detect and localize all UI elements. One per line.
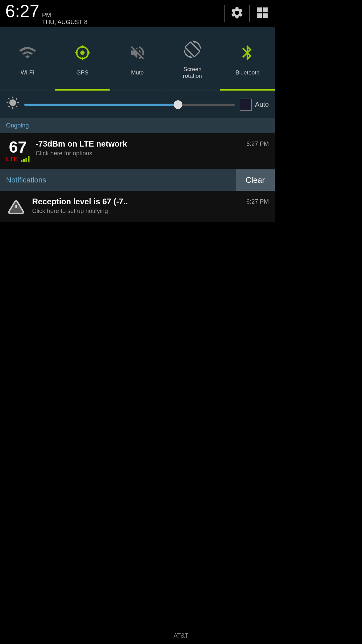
- mute-label: Mute: [131, 69, 144, 76]
- rotation-label: Screen rotation: [183, 66, 202, 80]
- carrier-name: AT&T: [174, 632, 189, 639]
- ongoing-time: 6:27 PM: [246, 141, 269, 148]
- ongoing-label: Ongoing: [6, 122, 29, 129]
- carrier-bar: AT&T: [0, 628, 275, 644]
- lte-badge: LTE: [6, 155, 29, 163]
- bluetooth-label: Bluetooth: [235, 69, 259, 76]
- notifications-bar: Notifications Clear: [0, 169, 275, 191]
- divider: [224, 5, 225, 22]
- signal-bar-4: [28, 156, 29, 162]
- brightness-thumb: [174, 100, 182, 109]
- gps-label: GPS: [76, 69, 88, 76]
- gps-icon: [74, 44, 91, 65]
- signal-bar-1: [21, 160, 22, 162]
- brightness-slider[interactable]: [24, 100, 235, 109]
- lte-icon: 67 LTE: [6, 139, 29, 163]
- clear-button[interactable]: Clear: [236, 169, 275, 191]
- ongoing-notification[interactable]: 67 LTE -73dBm on LTE network 6:27 PM Cli…: [0, 133, 275, 169]
- warning-icon: [8, 199, 24, 216]
- wifi-label: Wi-Fi: [21, 69, 34, 76]
- warning-icon-container: [6, 197, 26, 216]
- notifications-label: Notifications: [0, 169, 236, 191]
- wifi-icon: [19, 44, 36, 65]
- divider2: [249, 5, 250, 22]
- tile-bluetooth[interactable]: Bluetooth: [220, 27, 275, 91]
- brightness-track: [24, 104, 235, 106]
- mute-icon: [129, 44, 146, 65]
- quick-settings-panel: Wi-Fi GPS Mute: [0, 27, 275, 91]
- notif-subtitle-0: Click here to set up notifying: [32, 208, 108, 214]
- signal-bar-3: [25, 158, 27, 162]
- notif-time-0: 6:27 PM: [246, 198, 269, 205]
- svg-point-1: [80, 50, 84, 55]
- ongoing-subtitle: Click here for options: [36, 150, 92, 157]
- notification-item-0[interactable]: Reception level is 67 (-7.. 6:27 PM Clic…: [0, 191, 275, 222]
- clock-display: 6:27 PM THU, AUGUST 8: [5, 1, 87, 26]
- signal-bar-2: [23, 159, 25, 162]
- notif-title-row-0: Reception level is 67 (-7.. 6:27 PM: [32, 197, 269, 206]
- rotation-indicator: [165, 89, 220, 91]
- tile-mute[interactable]: Mute: [110, 27, 165, 91]
- bluetooth-indicator: [220, 89, 275, 91]
- ongoing-content: -73dBm on LTE network 6:27 PM Click here…: [36, 139, 269, 157]
- tile-gps[interactable]: GPS: [55, 27, 110, 91]
- grid-icon[interactable]: [255, 6, 269, 21]
- brightness-row: Auto: [0, 91, 275, 118]
- lte-number: 67: [9, 139, 26, 155]
- status-bar: 6:27 PM THU, AUGUST 8: [0, 0, 275, 27]
- mute-indicator: [110, 89, 165, 91]
- gps-indicator: [55, 89, 110, 91]
- auto-label: Auto: [255, 101, 269, 108]
- bluetooth-icon: [239, 44, 256, 65]
- auto-checkbox-box[interactable]: [240, 99, 252, 111]
- wifi-indicator: [0, 89, 55, 91]
- settings-icon[interactable]: [230, 6, 244, 21]
- notif-content-0: Reception level is 67 (-7.. 6:27 PM Clic…: [32, 197, 269, 215]
- auto-brightness-toggle[interactable]: Auto: [240, 99, 269, 111]
- signal-bars: [21, 156, 29, 162]
- ongoing-title-row: -73dBm on LTE network 6:27 PM: [36, 139, 269, 149]
- tile-wifi[interactable]: Wi-Fi: [0, 27, 55, 91]
- brightness-icon: [6, 96, 19, 113]
- lte-text: LTE: [6, 155, 18, 163]
- date-display: THU, AUGUST 8: [42, 19, 87, 26]
- tile-rotation[interactable]: Screen rotation: [165, 27, 220, 91]
- notif-title-0: Reception level is 67 (-7..: [32, 197, 128, 206]
- time-ampm: PM: [42, 12, 87, 19]
- clock-time: 6:27: [5, 1, 39, 21]
- ongoing-section-header: Ongoing: [0, 118, 275, 133]
- rotation-icon: [184, 41, 201, 62]
- ongoing-title: -73dBm on LTE network: [36, 139, 127, 149]
- status-icons: [224, 5, 269, 22]
- time-date-detail: PM THU, AUGUST 8: [42, 12, 87, 26]
